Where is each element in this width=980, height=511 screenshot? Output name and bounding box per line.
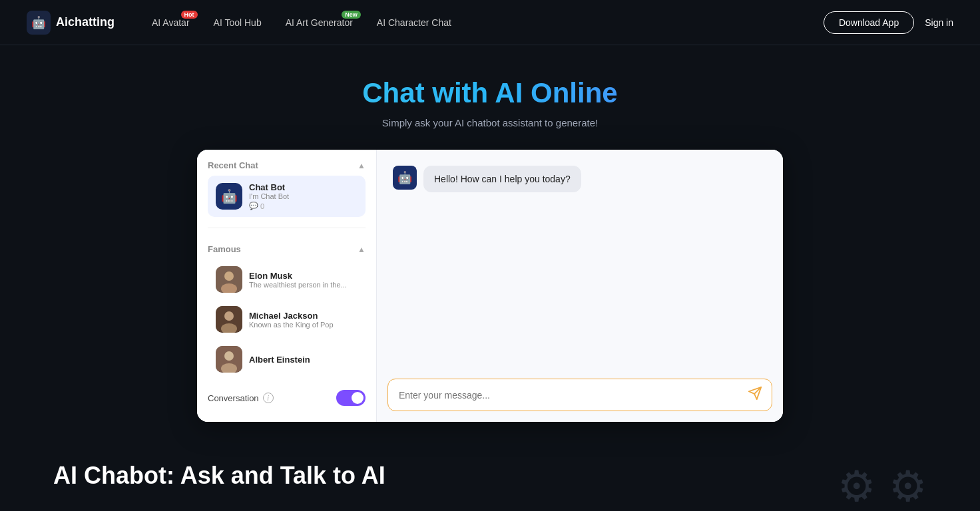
conversation-row: Conversation i bbox=[197, 385, 376, 411]
famous-label: Famous bbox=[208, 244, 241, 254]
chat-item-albert-einstein[interactable]: Albert Einstein bbox=[208, 339, 366, 379]
nav-item-ai-art-generator[interactable]: AI Art Generator New bbox=[275, 12, 364, 33]
michael-jackson-avatar bbox=[216, 306, 242, 333]
svg-point-1 bbox=[224, 271, 234, 281]
nav-item-ai-tool-hub[interactable]: AI Tool Hub bbox=[203, 12, 272, 33]
conversation-info-icon[interactable]: i bbox=[263, 393, 274, 403]
albert-einstein-name: Albert Einstein bbox=[249, 355, 358, 365]
michael-jackson-info: Michael Jackson Known as the King of Pop bbox=[249, 311, 358, 329]
bottom-title: AI Chabot: Ask and Talk to AI bbox=[53, 462, 385, 490]
sidebar: Recent Chat ▲ 🤖 Chat Bot I'm Chat Bot 💬 … bbox=[197, 150, 377, 422]
chat-messages: 🤖 Hello! How can I help you today? bbox=[377, 150, 783, 371]
chat-item-elon-musk[interactable]: Elon Musk The wealthiest person in the..… bbox=[208, 259, 366, 299]
welcome-message-bubble: Hello! How can I help you today? bbox=[423, 166, 581, 192]
chatbot-count: 💬 0 bbox=[249, 202, 358, 210]
nav-links: AI Avatar Hot AI Tool Hub AI Art Generat… bbox=[141, 12, 824, 33]
hero-section: Chat with AI Online Simply ask your AI c… bbox=[0, 45, 980, 150]
logo-text: Aichatting bbox=[56, 15, 115, 29]
elon-musk-info: Elon Musk The wealthiest person in the..… bbox=[249, 271, 358, 289]
conversation-label: Conversation i bbox=[208, 393, 274, 403]
svg-point-4 bbox=[224, 311, 234, 321]
hero-title: Chat with AI Online bbox=[13, 77, 967, 109]
new-badge: New bbox=[342, 11, 361, 19]
recent-chat-chevron-icon[interactable]: ▲ bbox=[358, 161, 366, 170]
chat-container: Recent Chat ▲ 🤖 Chat Bot I'm Chat Bot 💬 … bbox=[197, 150, 783, 422]
recent-chat-header: Recent Chat ▲ bbox=[208, 160, 366, 170]
gear-icon-1: ⚙ bbox=[838, 462, 875, 511]
albert-einstein-avatar bbox=[216, 346, 242, 373]
michael-jackson-name: Michael Jackson bbox=[249, 311, 358, 321]
chat-item-michael-jackson[interactable]: Michael Jackson Known as the King of Pop bbox=[208, 299, 366, 339]
recent-chat-section: Recent Chat ▲ 🤖 Chat Bot I'm Chat Bot 💬 … bbox=[197, 150, 376, 222]
logo-icon: 🤖 bbox=[27, 11, 51, 35]
bottom-section: AI Chabot: Ask and Talk to AI ⚙ ⚙ bbox=[0, 422, 980, 511]
recent-chat-label: Recent Chat bbox=[208, 160, 258, 170]
input-wrapper bbox=[387, 379, 772, 411]
hot-badge: Hot bbox=[181, 11, 198, 19]
hero-subtitle: Simply ask your AI chatbot assistant to … bbox=[13, 117, 967, 128]
michael-jackson-desc: Known as the King of Pop bbox=[249, 321, 358, 329]
chat-item-chatbot[interactable]: 🤖 Chat Bot I'm Chat Bot 💬 0 bbox=[208, 176, 366, 217]
chat-input-area bbox=[377, 371, 783, 422]
message-input[interactable] bbox=[399, 385, 744, 406]
signin-button[interactable]: Sign in bbox=[925, 17, 953, 28]
comment-icon: 💬 bbox=[249, 202, 258, 210]
nav-item-ai-avatar[interactable]: AI Avatar Hot bbox=[141, 12, 200, 33]
chat-area: 🤖 Hello! How can I help you today? bbox=[377, 150, 783, 422]
famous-section: Famous ▲ Elon Musk The wealthiest bbox=[197, 234, 376, 385]
send-button[interactable] bbox=[744, 382, 766, 408]
divider-1 bbox=[208, 228, 366, 228]
famous-chevron-icon[interactable]: ▲ bbox=[358, 245, 366, 254]
bot-message-avatar: 🤖 bbox=[393, 166, 417, 190]
elon-musk-avatar bbox=[216, 266, 242, 293]
chatbot-avatar: 🤖 bbox=[216, 183, 242, 210]
navbar: 🤖 Aichatting AI Avatar Hot AI Tool Hub A… bbox=[0, 0, 980, 45]
main-panel: Recent Chat ▲ 🤖 Chat Bot I'm Chat Bot 💬 … bbox=[0, 150, 980, 422]
svg-point-7 bbox=[224, 351, 234, 361]
conversation-toggle[interactable] bbox=[336, 390, 366, 406]
message-row-welcome: 🤖 Hello! How can I help you today? bbox=[393, 166, 767, 192]
gear-icon-2: ⚙ bbox=[889, 462, 927, 511]
logo[interactable]: 🤖 Aichatting bbox=[27, 11, 115, 35]
send-icon bbox=[748, 386, 762, 404]
chatbot-name: Chat Bot bbox=[249, 182, 358, 192]
nav-item-ai-character-chat[interactable]: AI Character Chat bbox=[366, 12, 462, 33]
download-app-button[interactable]: Download App bbox=[824, 11, 914, 34]
nav-right: Download App Sign in bbox=[824, 11, 953, 34]
gear-icons: ⚙ ⚙ bbox=[838, 462, 927, 511]
chatbot-info: Chat Bot I'm Chat Bot 💬 0 bbox=[249, 182, 358, 210]
elon-musk-name: Elon Musk bbox=[249, 271, 358, 281]
elon-musk-desc: The wealthiest person in the... bbox=[249, 281, 358, 289]
chatbot-desc: I'm Chat Bot bbox=[249, 192, 358, 200]
albert-einstein-info: Albert Einstein bbox=[249, 355, 358, 365]
famous-header: Famous ▲ bbox=[208, 244, 366, 254]
